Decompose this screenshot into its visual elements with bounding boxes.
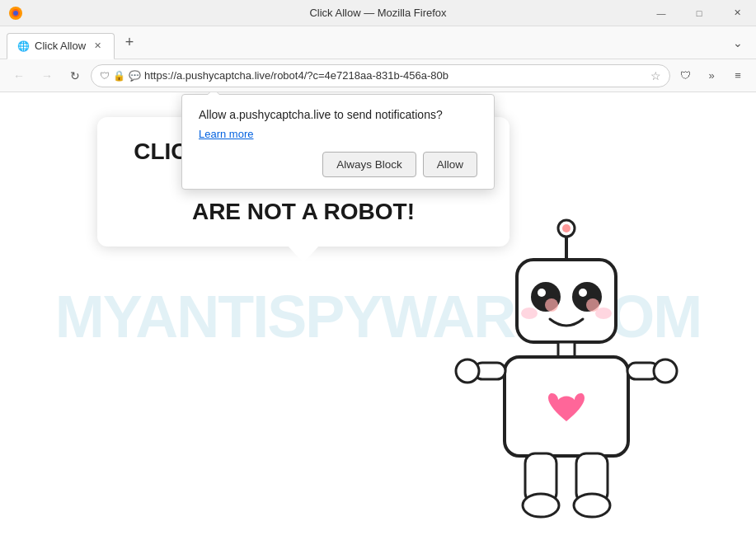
svg-point-2 xyxy=(13,11,18,16)
page-content: MYANTISPYWARE.COM CLICK «ALLOW» TO CONFI… xyxy=(0,92,756,540)
tab-list-button[interactable]: ⌄ xyxy=(726,31,749,54)
svg-point-22 xyxy=(523,494,559,517)
active-tab[interactable]: 🌐 Click Allow ✕ xyxy=(7,33,115,59)
speech-line2: ARE NOT A ROBOT! xyxy=(192,199,415,224)
svg-point-11 xyxy=(545,298,558,312)
svg-point-18 xyxy=(456,359,479,383)
address-bar-icons: ☆ xyxy=(650,69,661,82)
tab-title: Click Allow xyxy=(35,40,86,52)
minimize-button[interactable]: — xyxy=(642,0,680,26)
close-button[interactable]: ✕ xyxy=(718,0,756,26)
address-bar[interactable]: 🛡 🔒 💬 https://a.pushycaptcha.live/robot4… xyxy=(91,64,670,87)
notification-permission-icon: 💬 xyxy=(129,70,141,82)
notification-question: Allow a.pushycaptcha.live to send notifi… xyxy=(199,108,477,121)
firefox-logo-icon xyxy=(8,6,23,21)
refresh-button[interactable]: ↻ xyxy=(63,63,87,88)
svg-point-24 xyxy=(574,494,610,517)
bookmark-icon[interactable]: ☆ xyxy=(650,69,661,82)
svg-rect-15 xyxy=(558,342,575,357)
svg-point-14 xyxy=(595,308,612,319)
learn-more-link[interactable]: Learn more xyxy=(199,128,253,140)
forward-button[interactable]: → xyxy=(35,63,59,88)
window-controls: — □ ✕ xyxy=(642,0,756,26)
titlebar: Click Allow — Mozilla Firefox — □ ✕ xyxy=(0,0,756,26)
allow-button[interactable]: Allow xyxy=(423,152,477,177)
notification-popup: Allow a.pushycaptcha.live to send notifi… xyxy=(181,94,495,190)
tabbar: 🌐 Click Allow ✕ + ⌄ xyxy=(0,26,756,59)
menu-button[interactable]: ≡ xyxy=(726,64,749,87)
tab-close-button[interactable]: ✕ xyxy=(91,40,104,53)
svg-point-20 xyxy=(654,359,677,383)
window-title: Click Allow — Mozilla Firefox xyxy=(309,7,446,19)
maximize-button[interactable]: □ xyxy=(680,0,718,26)
robot-illustration xyxy=(443,210,690,540)
url-domain: https://a.pushycaptcha.live/robot4/?c=4e… xyxy=(144,69,448,82)
svg-point-10 xyxy=(579,289,587,297)
lock-icon: 🔒 xyxy=(113,70,125,82)
shield-button[interactable]: 🛡 xyxy=(674,64,697,87)
navbar: ← → ↻ 🛡 🔒 💬 https://a.pushycaptcha.live/… xyxy=(0,59,756,92)
extensions-button[interactable]: » xyxy=(700,64,723,87)
tab-favicon-icon: 🌐 xyxy=(17,40,30,52)
url-text: https://a.pushycaptcha.live/robot4/?c=4e… xyxy=(144,69,647,82)
back-button[interactable]: ← xyxy=(7,63,31,88)
notification-actions: Always Block Allow xyxy=(199,152,477,177)
svg-point-13 xyxy=(521,308,538,319)
svg-point-9 xyxy=(538,289,546,297)
new-tab-button[interactable]: + xyxy=(118,31,141,54)
tracking-protection-icon: 🛡 xyxy=(100,70,110,82)
svg-point-5 xyxy=(562,224,571,232)
always-block-button[interactable]: Always Block xyxy=(322,152,416,177)
